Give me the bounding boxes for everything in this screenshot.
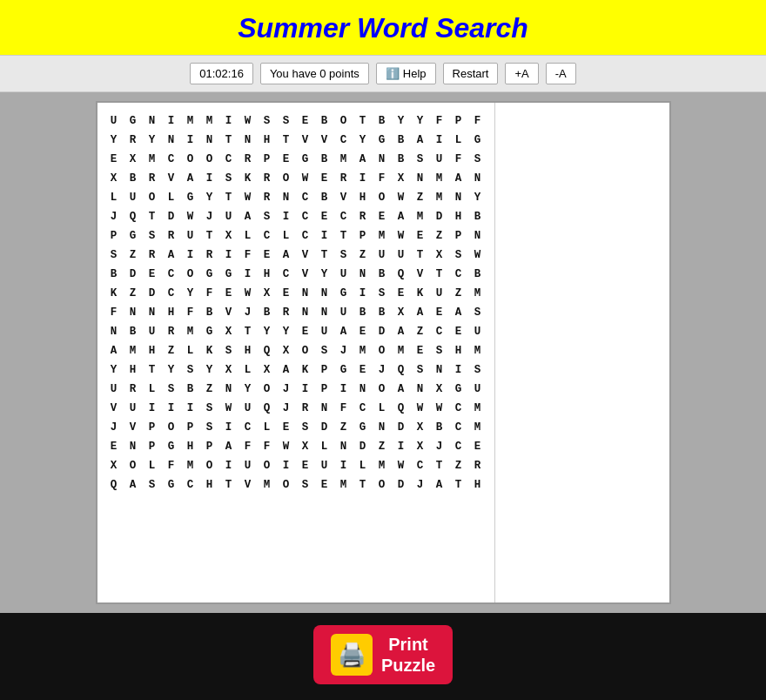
grid-cell[interactable]: E <box>104 437 124 456</box>
grid-cell[interactable]: N <box>239 131 258 150</box>
grid-cell[interactable]: K <box>200 341 219 360</box>
grid-cell[interactable]: C <box>162 284 181 303</box>
grid-cell[interactable]: T <box>430 265 449 284</box>
grid-cell[interactable]: B <box>315 111 334 131</box>
grid-cell[interactable]: T <box>411 246 430 265</box>
grid-cell[interactable]: K <box>239 169 258 188</box>
grid-cell[interactable]: Y <box>277 322 296 341</box>
grid-cell[interactable]: J <box>334 341 353 360</box>
grid-cell[interactable]: X <box>219 226 239 246</box>
grid-cell[interactable]: M <box>373 226 392 246</box>
grid-cell[interactable]: Z <box>162 341 181 360</box>
grid-cell[interactable]: H <box>449 341 468 360</box>
grid-cell[interactable]: A <box>430 475 449 495</box>
grid-cell[interactable]: G <box>162 475 181 495</box>
grid-cell[interactable]: Y <box>411 111 430 131</box>
grid-cell[interactable]: Z <box>449 284 468 303</box>
grid-cell[interactable]: C <box>353 399 373 418</box>
grid-cell[interactable]: Q <box>258 341 277 360</box>
grid-cell[interactable]: P <box>143 418 162 437</box>
grid-cell[interactable]: J <box>373 360 392 380</box>
grid-cell[interactable]: N <box>315 399 334 418</box>
grid-cell[interactable]: T <box>315 246 334 265</box>
grid-cell[interactable]: T <box>353 111 373 131</box>
grid-cell[interactable]: A <box>411 131 430 150</box>
grid-cell[interactable]: V <box>239 475 258 495</box>
grid-cell[interactable]: G <box>200 322 219 341</box>
grid-cell[interactable]: X <box>219 322 239 341</box>
grid-cell[interactable]: M <box>181 111 200 131</box>
grid-cell[interactable]: I <box>296 380 315 399</box>
grid-cell[interactable]: J <box>430 437 449 456</box>
grid-cell[interactable]: W <box>239 111 258 131</box>
grid-cell[interactable]: C <box>219 150 239 169</box>
grid-cell[interactable]: M <box>334 150 353 169</box>
grid-cell[interactable]: Z <box>124 246 143 265</box>
grid-cell[interactable]: H <box>468 475 487 495</box>
grid-cell[interactable]: Z <box>334 418 353 437</box>
grid-cell[interactable]: A <box>219 437 239 456</box>
grid-cell[interactable]: X <box>124 150 143 169</box>
grid-cell[interactable]: E <box>315 475 334 495</box>
grid-cell[interactable]: U <box>315 456 334 475</box>
grid-cell[interactable]: H <box>449 207 468 226</box>
grid-cell[interactable]: O <box>296 341 315 360</box>
grid-cell[interactable]: M <box>334 475 353 495</box>
grid-cell[interactable]: S <box>468 360 487 380</box>
grid-cell[interactable]: D <box>143 284 162 303</box>
grid-cell[interactable]: A <box>392 380 411 399</box>
grid-cell[interactable]: G <box>468 131 487 150</box>
grid-cell[interactable]: I <box>219 456 239 475</box>
grid-cell[interactable]: C <box>296 226 315 246</box>
grid-cell[interactable]: W <box>468 246 487 265</box>
grid-cell[interactable]: L <box>277 226 296 246</box>
grid-cell[interactable]: A <box>104 341 124 360</box>
increase-font-button[interactable]: +A <box>505 63 538 84</box>
grid-cell[interactable]: J <box>277 380 296 399</box>
grid-cell[interactable]: B <box>258 303 277 322</box>
grid-cell[interactable]: Y <box>258 322 277 341</box>
grid-cell[interactable]: S <box>296 418 315 437</box>
grid-cell[interactable]: S <box>143 226 162 246</box>
grid-cell[interactable]: E <box>258 246 277 265</box>
grid-cell[interactable]: N <box>143 111 162 131</box>
grid-cell[interactable]: I <box>219 418 239 437</box>
grid-cell[interactable]: G <box>181 188 200 207</box>
grid-cell[interactable]: N <box>430 360 449 380</box>
grid-cell[interactable]: W <box>430 399 449 418</box>
grid-cell[interactable]: G <box>353 418 373 437</box>
grid-cell[interactable]: T <box>143 207 162 226</box>
grid-cell[interactable]: I <box>353 284 373 303</box>
grid-cell[interactable]: V <box>104 399 124 418</box>
grid-cell[interactable]: M <box>411 207 430 226</box>
grid-cell[interactable]: C <box>334 207 353 226</box>
grid-cell[interactable]: L <box>143 456 162 475</box>
grid-cell[interactable]: S <box>104 246 124 265</box>
grid-cell[interactable]: R <box>124 131 143 150</box>
grid-cell[interactable]: O <box>181 150 200 169</box>
grid-cell[interactable]: S <box>162 380 181 399</box>
grid-cell[interactable]: U <box>104 380 124 399</box>
grid-cell[interactable]: U <box>392 246 411 265</box>
grid-cell[interactable]: F <box>430 111 449 131</box>
grid-cell[interactable]: D <box>315 418 334 437</box>
grid-cell[interactable]: I <box>334 380 353 399</box>
grid-cell[interactable]: U <box>468 322 487 341</box>
grid-cell[interactable]: J <box>277 399 296 418</box>
print-button[interactable]: 🖨️ PrintPuzzle <box>313 625 453 684</box>
grid-cell[interactable]: O <box>258 380 277 399</box>
grid-cell[interactable]: Z <box>411 322 430 341</box>
grid-cell[interactable]: M <box>430 169 449 188</box>
grid-cell[interactable]: T <box>239 322 258 341</box>
grid-cell[interactable]: S <box>468 303 487 322</box>
grid-cell[interactable]: Y <box>315 265 334 284</box>
grid-cell[interactable]: X <box>411 437 430 456</box>
grid-cell[interactable]: I <box>162 111 181 131</box>
grid-cell[interactable]: Z <box>373 437 392 456</box>
grid-cell[interactable]: I <box>143 399 162 418</box>
grid-cell[interactable]: I <box>162 399 181 418</box>
grid-cell[interactable]: B <box>315 188 334 207</box>
grid-cell[interactable]: W <box>277 437 296 456</box>
grid-cell[interactable]: E <box>219 284 239 303</box>
grid-cell[interactable]: L <box>258 418 277 437</box>
